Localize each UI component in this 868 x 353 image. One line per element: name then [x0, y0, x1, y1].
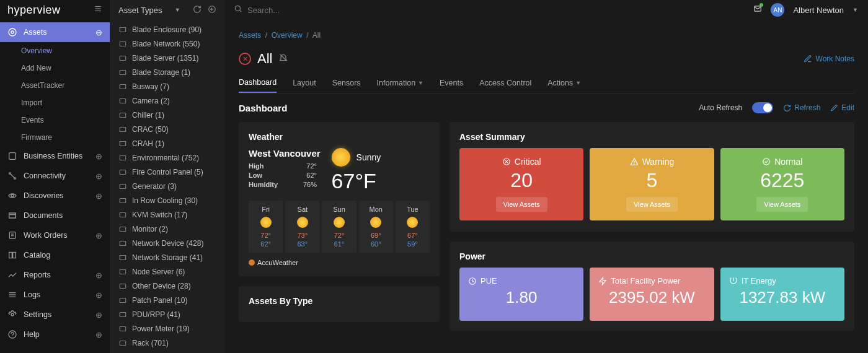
it-energy-card: IT Energy 1327.83 kW — [720, 268, 844, 321]
svg-rect-28 — [120, 84, 125, 89]
type-row[interactable]: Blade Enclosure (90) — [110, 22, 225, 37]
sidebar-sub-events[interactable]: Events — [0, 111, 110, 129]
type-row[interactable]: Fire Control Panel (5) — [110, 165, 225, 179]
edit-button[interactable]: Edit — [830, 103, 854, 112]
status-icon: ✕ — [239, 53, 251, 65]
type-row[interactable]: Rack (701) — [110, 336, 225, 350]
sidebar-item-documents[interactable]: Documents — [0, 206, 110, 225]
refresh-icon[interactable] — [193, 5, 202, 15]
sidebar-item-help[interactable]: Help⊕ — [0, 325, 110, 344]
tab-sensors[interactable]: Sensors — [332, 73, 361, 93]
plus-icon[interactable]: ⊕ — [95, 310, 102, 320]
sidebar-sub-overview[interactable]: Overview — [0, 42, 110, 59]
view-warning-button[interactable]: View Assets — [626, 197, 678, 212]
plus-icon[interactable]: ⊕ — [95, 330, 102, 339]
asset-types-label: Asset Types — [118, 6, 162, 15]
sun-icon — [334, 217, 345, 228]
work-notes-button[interactable]: Work Notes — [804, 54, 854, 63]
type-row[interactable]: Network Device (428) — [110, 236, 225, 250]
sidebar-item-settings[interactable]: Settings⊕ — [0, 305, 110, 325]
sidebar-sub-firmware[interactable]: Firmware — [0, 129, 110, 146]
type-label: Power Meter (19) — [132, 325, 190, 333]
weather-high-value: 72° — [306, 162, 317, 170]
type-row[interactable]: Node Server (6) — [110, 264, 225, 279]
plus-icon[interactable]: ⊕ — [95, 231, 102, 240]
type-row[interactable]: In Row Cooling (30) — [110, 193, 225, 207]
refresh-button[interactable]: Refresh — [783, 103, 820, 112]
type-label: In Row Cooling (30) — [132, 196, 198, 205]
refresh-label: Refresh — [794, 103, 820, 112]
search-input[interactable] — [247, 6, 745, 15]
sidebar-item-workorders[interactable]: Work Orders⊕ — [0, 225, 110, 245]
sidebar-item-reports[interactable]: Reports⊕ — [0, 265, 110, 285]
svg-line-13 — [11, 174, 14, 177]
sidebar-sub-addnew[interactable]: Add New — [0, 59, 110, 77]
pue-label: PUE — [480, 276, 497, 285]
type-row[interactable]: Blade Network (550) — [110, 37, 225, 51]
tab-layout[interactable]: Layout — [293, 73, 316, 93]
avatar[interactable]: AN — [771, 3, 784, 17]
svg-rect-45 — [120, 326, 125, 331]
type-row[interactable]: CRAH (1) — [110, 136, 225, 150]
user-menu-chevron[interactable]: ▼ — [852, 7, 858, 13]
sidebar-item-connectivity[interactable]: Connectivity⊕ — [0, 166, 110, 186]
sidebar-item-label: Reports — [24, 271, 51, 279]
asset-types-dropdown[interactable]: Asset Types ▼ — [110, 5, 225, 15]
svg-rect-31 — [120, 127, 125, 131]
sidebar-item-discoveries[interactable]: Discoveries⊕ — [0, 186, 110, 206]
sidebar-item-logs[interactable]: Logs⊕ — [0, 285, 110, 305]
svg-point-52 — [634, 163, 634, 164]
type-row[interactable]: Chiller (1) — [110, 108, 225, 122]
svg-point-14 — [11, 194, 14, 197]
sidebar-item-business[interactable]: Business Entities⊕ — [0, 146, 110, 166]
type-label: Busway (7) — [132, 82, 169, 91]
breadcrumb-overview[interactable]: Overview — [272, 31, 303, 40]
plus-icon[interactable]: ⊕ — [95, 290, 102, 300]
mail-icon[interactable] — [753, 4, 762, 15]
sidebar-item-catalog[interactable]: Catalog — [0, 245, 110, 265]
type-row[interactable]: Environmental (752) — [110, 150, 225, 165]
back-icon[interactable] — [208, 5, 216, 15]
type-row[interactable]: Patch Panel (10) — [110, 293, 225, 307]
sidebar-item-label: Connectivity — [24, 172, 66, 180]
type-row[interactable]: Power Meter (19) — [110, 321, 225, 336]
sidebar-item-assets[interactable]: Assets ⊖ — [0, 22, 110, 42]
minus-icon[interactable]: ⊖ — [95, 28, 102, 37]
sidebar-toggle-icon[interactable] — [94, 4, 102, 15]
tab-access[interactable]: Access Control — [479, 73, 531, 93]
svg-point-23 — [9, 331, 16, 338]
type-row[interactable]: PDU/RPP (41) — [110, 307, 225, 321]
type-row[interactable]: KVM Switch (17) — [110, 207, 225, 222]
sun-icon — [370, 217, 381, 228]
plus-icon[interactable]: ⊕ — [95, 191, 102, 201]
svg-point-8 — [11, 31, 14, 33]
type-row[interactable]: Network Storage (41) — [110, 250, 225, 264]
plus-icon[interactable]: ⊕ — [95, 172, 102, 181]
tab-events[interactable]: Events — [440, 73, 463, 93]
tab-dashboard[interactable]: Dashboard — [239, 73, 277, 93]
plus-icon[interactable]: ⊕ — [95, 152, 102, 161]
view-critical-button[interactable]: View Assets — [496, 197, 547, 212]
type-row[interactable]: Monitor (2) — [110, 222, 225, 236]
svg-point-5 — [235, 6, 240, 11]
critical-value: 20 — [468, 169, 575, 192]
sidebar-sub-assettracker[interactable]: AssetTracker — [0, 77, 110, 94]
sidebar-sub-import[interactable]: Import — [0, 94, 110, 111]
svg-rect-32 — [120, 141, 125, 146]
view-normal-button[interactable]: View Assets — [756, 197, 808, 212]
bell-icon[interactable] — [278, 53, 288, 65]
tab-information[interactable]: Information▼ — [377, 73, 423, 93]
type-row[interactable]: Camera (2) — [110, 94, 225, 108]
type-row[interactable]: CRAC (50) — [110, 122, 225, 136]
plus-icon[interactable]: ⊕ — [95, 271, 102, 280]
tab-actions[interactable]: Actions▼ — [547, 73, 581, 93]
breadcrumb-assets[interactable]: Assets — [239, 31, 261, 40]
type-row[interactable]: Other Device (28) — [110, 279, 225, 293]
svg-point-53 — [763, 159, 770, 165]
type-row[interactable]: Blade Storage (1) — [110, 65, 225, 79]
type-row[interactable]: Blade Server (1351) — [110, 51, 225, 65]
type-row[interactable]: Busway (7) — [110, 79, 225, 94]
type-row[interactable]: Generator (3) — [110, 179, 225, 193]
facility-power-value: 2395.02 kW — [598, 288, 705, 307]
auto-refresh-toggle[interactable] — [752, 102, 773, 113]
